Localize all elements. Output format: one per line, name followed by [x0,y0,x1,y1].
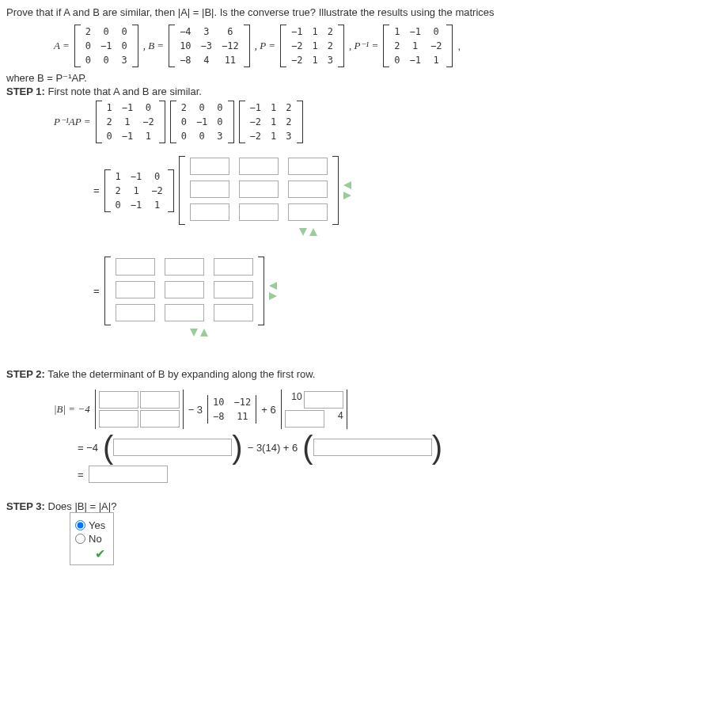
imat2-r1c0[interactable] [116,281,155,298]
imat1-r2c2[interactable] [288,203,328,221]
imat1-r2c1[interactable] [239,203,279,221]
input-matrix-2 [104,257,264,325]
four: 4 [326,410,343,428]
ten: 10 [285,391,302,409]
intro-text: Prove that if A and B are similar, then … [6,6,722,18]
imat2-r0c2[interactable] [214,258,253,276]
step3-label: STEP 3: [6,500,45,512]
matrix-p: −112−212−213 [280,25,344,67]
min1-r1c1[interactable] [140,410,180,428]
row-arrows-1[interactable] [299,228,317,236]
step1-text: First note that A and B are similar. [45,86,202,97]
imat2-r2c1[interactable] [165,304,204,321]
matrix-m3: −112−212−213 [239,101,303,143]
equals-2: = [93,285,100,297]
min1-r0c0[interactable] [99,391,138,409]
matrix-a: 2000−10003 [74,25,138,67]
paren-1: () [103,435,243,459]
imat2-r1c1[interactable] [165,281,204,298]
min1-r1c0[interactable] [99,410,138,428]
b-equals: , B = [143,40,164,52]
line2b: − 3(14) + 6 [248,442,298,454]
paren-2: () [302,435,442,459]
matrix-b: −43610−3−12−8411 [169,25,250,67]
radio-no[interactable] [75,534,85,544]
step2-text: Take the determinant of B by expanding a… [45,368,316,380]
answer-radio-group: Yes No ✔ [70,512,114,565]
in-paren-2[interactable] [313,439,432,456]
equals-1: = [93,184,100,196]
min3-r0c1[interactable] [304,391,343,409]
in-paren-1[interactable] [113,439,232,456]
imat1-r2c0[interactable] [190,203,229,221]
p-equals: , P = [255,40,275,52]
col-arrows-2[interactable] [269,282,277,300]
matrix-m1: 1−1021−20−11 [96,101,165,143]
minor-input-3: 10 4 [281,390,347,429]
col-arrows-1[interactable] [343,181,351,200]
imat1-r0c2[interactable] [288,158,328,175]
a-equals: A = [54,40,70,52]
equals-3: = [78,469,84,481]
imat2-r2c0[interactable] [116,304,155,321]
imat1-r1c1[interactable] [239,181,279,198]
step1-label: STEP 1: [6,86,45,97]
min3-r1c0[interactable] [285,410,324,428]
plus6: + 6 [261,404,275,416]
step3-text: Does |B| = |A|? [45,500,116,512]
imat1-r1c0[interactable] [190,181,229,198]
radio-no-label[interactable]: No [75,533,105,545]
radio-yes[interactable] [75,520,85,530]
imat2-r0c1[interactable] [165,258,204,276]
input-matrix-1 [179,156,339,225]
pi-equals: , P⁻¹ = [349,40,378,52]
imat2-r0c0[interactable] [116,258,155,276]
line2a: = −4 [78,442,98,454]
imat1-r0c1[interactable] [239,158,279,175]
minor-input-1 [95,390,184,429]
trailing-comma: , [457,40,461,52]
where-text: where B = P⁻¹AP. [6,72,722,84]
imat1-r1c2[interactable] [288,181,328,198]
row-arrows-2[interactable] [190,329,208,336]
final-det-input[interactable] [89,466,168,483]
detb-lhs: |B| = −4 [54,403,90,416]
imat1-r0c0[interactable] [190,158,229,175]
matrix-m2: 2000−10003 [170,101,234,143]
piap-equals: P⁻¹AP = [54,116,91,128]
step2-label: STEP 2: [6,368,45,380]
check-icon: ✔ [75,546,105,561]
minus3: − 3 [188,404,203,416]
matrix-pi: 1−1021−20−11 [383,25,453,67]
minor2: 10−12−811 [207,395,256,424]
min1-r0c1[interactable] [140,391,180,409]
radio-yes-label[interactable]: Yes [75,519,105,531]
matrix-m1b: 1−1021−20−11 [104,169,174,212]
imat2-r1c2[interactable] [214,281,253,298]
imat2-r2c2[interactable] [214,304,253,321]
